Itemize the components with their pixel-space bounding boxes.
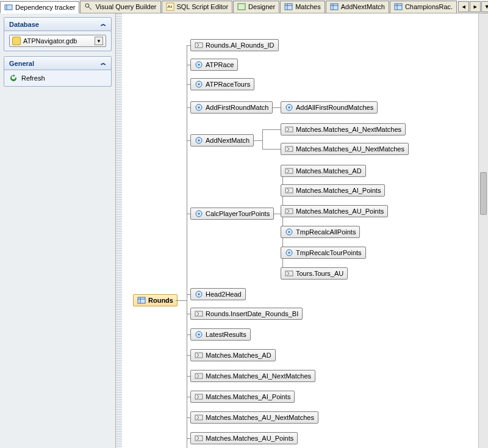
dep-node-head2head[interactable]: Head2Head	[190, 288, 246, 300]
svg-point-20	[198, 64, 200, 66]
dep-node-matches-matches-ad[interactable]: Matches.Matches_AD	[190, 349, 276, 361]
tab-scroll-right[interactable]: ►	[470, 1, 481, 12]
collapse-icon: ︽	[101, 20, 106, 28]
node-label: AddAllFirstRoundMatches	[296, 104, 373, 111]
database-name: ATPNavigator.gdb	[23, 37, 77, 45]
tab-sql-script-editor[interactable]: SQL Script Editor	[162, 1, 233, 13]
vertical-scrollbar[interactable]	[478, 13, 488, 448]
node-label: Matches.Matches_AD	[206, 352, 271, 359]
database-panel-header[interactable]: Database ︽	[4, 18, 111, 31]
database-selector[interactable]: ATPNavigator.gdb ▼	[9, 35, 106, 47]
general-panel-title: General	[9, 60, 34, 67]
dep-node-matches-matches-ai-points[interactable]: Matches.Matches_AI_Points	[190, 391, 295, 403]
connector	[176, 300, 187, 301]
connector	[254, 140, 262, 141]
tab-championsrac-[interactable]: ChampionsRac.	[390, 1, 457, 13]
general-panel-header[interactable]: General ︽	[4, 57, 111, 70]
dep-node-matches-matches-ai-points[interactable]: Matches.Matches_AI_Points	[281, 184, 385, 197]
dep-node-tmprecalctourpoints[interactable]: TmpRecalcTourPoints	[281, 247, 366, 259]
dep-node-tours-tours-au[interactable]: Tours.Tours_AU	[281, 267, 348, 280]
dep-node-rounds-ai-rounds-id[interactable]: Rounds.AI_Rounds_ID	[190, 39, 279, 51]
tab-matches[interactable]: Matches	[280, 1, 325, 13]
trigger-icon	[285, 167, 293, 175]
svg-point-22	[198, 84, 200, 85]
svg-point-26	[198, 140, 200, 142]
dep-node-matches-matches-au-nextmatches[interactable]: Matches.Matches_AU_NextMatches	[190, 411, 318, 424]
trigger-icon	[285, 145, 293, 153]
dep-node-tmprecalcallpoints[interactable]: TmpRecalcAllPoints	[281, 226, 360, 238]
tab-dropdown[interactable]: ▼	[481, 1, 488, 12]
node-label: Matches.Matches_AI_NextMatches	[206, 372, 311, 380]
svg-point-28	[198, 213, 200, 215]
refresh-label: Refresh	[21, 74, 45, 82]
node-label: Matches.Matches_AU_NextMatches	[206, 414, 314, 421]
connector	[187, 45, 190, 46]
dependency-canvas[interactable]: RoundsRounds.AI_Rounds_IDATPRaceATPRaceT…	[122, 13, 488, 448]
proc-icon	[195, 209, 203, 218]
node-label: TmpRecalcTourPoints	[296, 249, 362, 256]
connector	[187, 314, 190, 314]
svg-rect-4	[167, 3, 174, 10]
tab-strip: Dependency trackerVisual Query BuilderSQ…	[0, 0, 488, 13]
dep-node-matches-matches-ai-nextmatches[interactable]: Matches.Matches_AI_NextMatches	[190, 370, 315, 382]
dep-node-atprace[interactable]: ATPRace	[190, 59, 238, 71]
svg-line-3	[88, 7, 92, 10]
trigger-icon	[195, 434, 203, 443]
tab-addnextmatch[interactable]: AddNextMatch	[326, 1, 389, 13]
dep-node-matches-matches-ai-nextmatches[interactable]: Matches.Matches_AI_NextMatches	[281, 123, 406, 135]
connector	[187, 294, 190, 295]
trigger-icon	[195, 41, 203, 49]
svg-rect-12	[395, 4, 402, 10]
splitter[interactable]	[116, 13, 122, 448]
node-label: AddNextMatch	[206, 137, 249, 144]
designer-icon	[237, 2, 246, 11]
dep-node-rounds[interactable]: Rounds	[133, 294, 178, 306]
connector	[262, 129, 281, 130]
tab-scroll-left[interactable]: ◄	[458, 1, 469, 12]
dep-node-addnextmatch[interactable]: AddNextMatch	[190, 134, 254, 146]
tab-label: Matches	[295, 3, 321, 10]
dep-node-matches-matches-au-points[interactable]: Matches.Matches_AU_Points	[190, 432, 298, 444]
tab-label: SQL Script Editor	[177, 3, 229, 10]
connector	[187, 376, 190, 377]
trigger-icon	[285, 186, 293, 195]
dep-node-addallfirstroundmatches[interactable]: AddAllFirstRoundMatches	[281, 101, 378, 114]
trigger-icon	[285, 125, 293, 134]
node-label: CalcPlayerTourPoints	[206, 210, 270, 217]
dep-node-calcplayertourpoints[interactable]: CalcPlayerTourPoints	[190, 208, 274, 220]
tab-designer[interactable]: Designer	[233, 1, 279, 13]
general-panel: General ︽ Refresh	[4, 56, 112, 87]
svg-rect-9	[331, 4, 338, 10]
dep-node-latestresults[interactable]: LatestResults	[190, 328, 251, 341]
trigger-icon	[195, 413, 203, 422]
database-panel-title: Database	[9, 21, 39, 28]
connector	[187, 84, 190, 85]
node-label: Matches.Matches_AU_Points	[296, 208, 384, 215]
node-label: Matches.Matches_AI_Points	[296, 187, 381, 194]
proc-icon	[285, 228, 293, 236]
proc-icon	[285, 103, 293, 112]
node-label: Matches.Matches_AI_NextMatches	[296, 126, 401, 133]
tab-visual-query-builder[interactable]: Visual Query Builder	[80, 1, 160, 13]
svg-point-30	[198, 294, 200, 295]
dep-node-matches-matches-au-nextmatches[interactable]: Matches.Matches_AU_NextMatches	[281, 143, 409, 155]
scrollbar-thumb[interactable]	[480, 172, 487, 215]
sidebar: Database ︽ ATPNavigator.gdb ▼ General ︽	[0, 13, 116, 448]
dropdown-icon[interactable]: ▼	[95, 37, 103, 45]
table-icon	[330, 2, 339, 11]
dep-node-rounds-insertdate-rounds-bi[interactable]: Rounds.InsertDate_Rounds_BI	[190, 308, 303, 320]
dep-node-matches-matches-ad[interactable]: Matches.Matches_AD	[281, 165, 366, 177]
dep-node-addfirstroundmatch[interactable]: AddFirstRoundMatch	[190, 101, 273, 114]
tab-dependency-tracker[interactable]: Dependency tracker	[0, 1, 79, 13]
tab-label: Visual Query Builder	[95, 3, 156, 10]
dep-node-matches-matches-au-points[interactable]: Matches.Matches_AU_Points	[281, 205, 388, 217]
proc-icon	[195, 136, 203, 145]
connector	[262, 129, 263, 149]
tracker-icon	[4, 3, 13, 12]
dep-node-atpracetours[interactable]: ATPRaceTours	[190, 78, 254, 90]
node-label: Matches.Matches_AI_Points	[206, 393, 290, 400]
svg-point-33	[198, 334, 200, 336]
node-label: Matches.Matches_AD	[296, 167, 362, 175]
refresh-button[interactable]: Refresh	[9, 74, 106, 82]
connector	[187, 107, 190, 108]
